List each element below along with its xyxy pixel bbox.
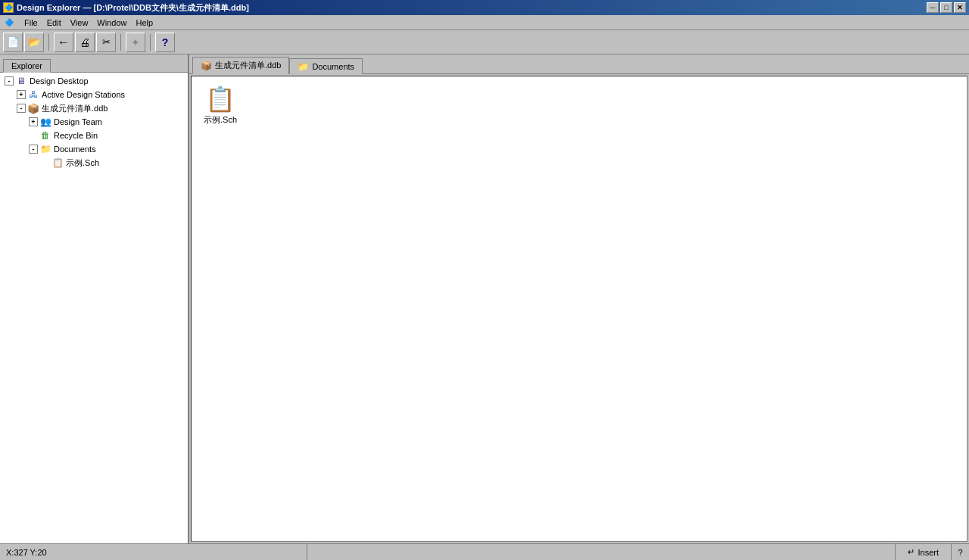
file-label-sch: 示例.Sch	[204, 114, 237, 126]
status-bar: X:327 Y:20 ↵ Insert ?	[0, 543, 969, 560]
tree-item-active-stations[interactable]: + 🖧 Active Design Stations	[2, 88, 186, 101]
menu-window[interactable]: Window	[92, 17, 131, 29]
expand-icon-docs[interactable]: -	[29, 145, 38, 154]
help-button[interactable]: ?	[155, 33, 175, 52]
menu-file[interactable]: File	[20, 17, 42, 29]
documents-folder-icon: 📁	[39, 143, 51, 155]
tree-label-sch: 示例.Sch	[66, 157, 99, 169]
new-icon: 📄	[7, 36, 19, 48]
tree-item-documents[interactable]: - 📁 Documents	[2, 142, 186, 156]
app-icon: 🔷	[3, 2, 14, 13]
expand-icon-stations[interactable]: +	[17, 90, 26, 99]
help-status-icon: ?	[958, 548, 962, 557]
expand-icon-desktop[interactable]: -	[5, 76, 14, 86]
close-button[interactable]: ✕	[954, 2, 966, 13]
tree-item-design-desktop[interactable]: - 🖥 Design Desktop	[2, 74, 186, 88]
tree-label-design-team: Design Team	[54, 117, 102, 126]
explorer-tab[interactable]: Explorer	[3, 59, 51, 73]
title-text: Design Explorer — [D:\Protel\DDB文件夹\生成元件…	[17, 2, 927, 14]
app-menu-icon[interactable]: 🔷	[2, 16, 17, 30]
menu-view[interactable]: View	[66, 17, 93, 29]
toolbar: 📄 📂 ← 🖨 ✂ ✦ ?	[0, 30, 969, 54]
menu-bar: 🔷 File Edit View Window Help	[0, 15, 969, 30]
title-bar-buttons: ─ □ ✕	[927, 2, 966, 13]
desktop-icon: 🖥	[15, 75, 27, 87]
recycle-icon: 🗑	[39, 129, 51, 142]
sch-file-icon: 📋	[205, 85, 235, 114]
tree-item-recycle-bin[interactable]: 🗑 Recycle Bin	[2, 129, 186, 142]
status-middle	[307, 544, 896, 560]
explorer-panel: Explorer - 🖥 Design Desktop + 🖧 Active D…	[0, 54, 189, 543]
coordinates-section: X:327 Y:20	[0, 544, 307, 560]
open-icon: 📂	[28, 36, 40, 48]
document-area: 📦 生成元件清单.ddb 📁 Documents 📋 示例.Sch	[189, 54, 969, 543]
insert-section: ↵ Insert	[896, 547, 951, 557]
explorer-tab-bar: Explorer	[0, 54, 188, 73]
file-item-sch[interactable]: 📋 示例.Sch	[198, 82, 243, 129]
insert-icon: ↵	[908, 547, 914, 557]
team-icon: 👥	[39, 116, 51, 128]
document-content: 📋 示例.Sch	[191, 76, 967, 542]
tab-documents[interactable]: 📁 Documents	[289, 58, 363, 74]
tab-docs-icon: 📁	[298, 61, 309, 72]
tab-ddb[interactable]: 📦 生成元件清单.ddb	[192, 57, 289, 74]
open-button[interactable]: 📂	[24, 33, 44, 52]
maximize-button[interactable]: □	[940, 2, 952, 13]
help-status-button[interactable]: ?	[951, 544, 969, 560]
new-button[interactable]: 📄	[3, 33, 23, 52]
explorer-tree: - 🖥 Design Desktop + 🖧 Active Design Sta…	[0, 73, 188, 543]
menu-edit[interactable]: Edit	[42, 17, 66, 29]
print-button[interactable]: 🖨	[75, 33, 95, 52]
cut-button[interactable]: ✂	[96, 33, 116, 52]
expand-icon-ddb[interactable]: -	[17, 104, 26, 113]
tree-item-design-team[interactable]: + 👥 Design Team	[2, 115, 186, 129]
tab-ddb-icon: 📦	[201, 61, 212, 71]
stations-icon: 🖧	[27, 89, 39, 101]
wand-button[interactable]: ✦	[126, 33, 145, 52]
menu-help[interactable]: Help	[131, 17, 157, 29]
ddb-icon: 📦	[27, 102, 39, 114]
tree-label-design-desktop: Design Desktop	[30, 76, 89, 86]
expand-icon-team[interactable]: +	[29, 117, 38, 126]
coordinates-text: X:327 Y:20	[6, 548, 47, 557]
tab-ddb-label: 生成元件清单.ddb	[215, 60, 281, 71]
back-button[interactable]: ←	[54, 33, 73, 52]
tree-label-active-stations: Active Design Stations	[42, 90, 125, 99]
tab-docs-label: Documents	[312, 62, 354, 71]
toolbar-separator-1	[48, 34, 49, 51]
insert-label: Insert	[918, 548, 939, 557]
sch-tree-icon: 📋	[51, 157, 64, 169]
toolbar-separator-3	[150, 34, 151, 51]
tree-label-ddb: 生成元件清单.ddb	[42, 103, 107, 114]
title-bar: 🔷 Design Explorer — [D:\Protel\DDB文件夹\生成…	[0, 0, 969, 15]
main-area: Explorer - 🖥 Design Desktop + 🖧 Active D…	[0, 54, 969, 543]
tree-item-sch-file[interactable]: 📋 示例.Sch	[2, 156, 186, 170]
tree-label-recycle-bin: Recycle Bin	[54, 131, 98, 140]
minimize-button[interactable]: ─	[927, 2, 939, 13]
tree-label-documents: Documents	[54, 145, 96, 154]
toolbar-separator-2	[120, 34, 121, 51]
tree-item-ddb-file[interactable]: - 📦 生成元件清单.ddb	[2, 101, 186, 115]
file-icon-box-sch: 📋	[207, 86, 234, 113]
document-tabs: 📦 生成元件清单.ddb 📁 Documents	[189, 54, 969, 74]
